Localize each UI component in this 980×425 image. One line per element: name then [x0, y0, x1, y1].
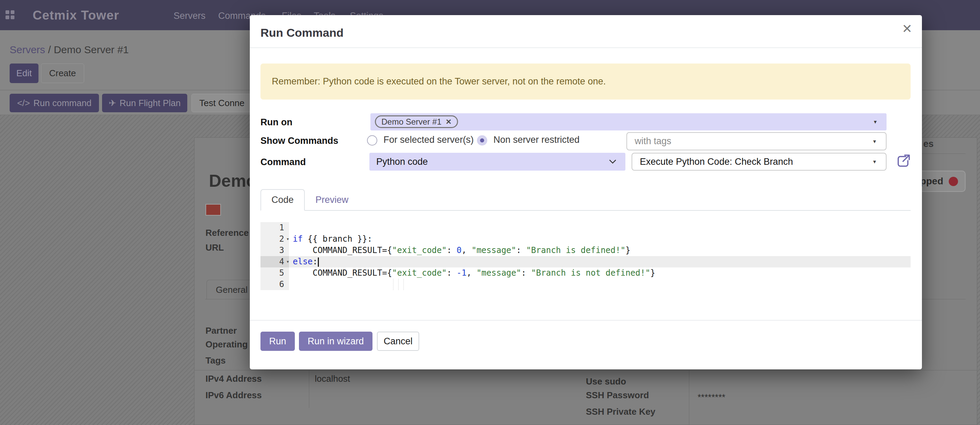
indent-guide	[403, 279, 404, 290]
field-label-ssh-password: SSH Password	[586, 390, 649, 401]
field-label-tags: Tags	[205, 355, 226, 366]
table-col-separator-left	[309, 370, 309, 408]
text-cursor	[318, 257, 319, 267]
line-number: 3	[261, 245, 289, 256]
line-number: 6	[261, 279, 289, 290]
chevron-down-icon	[609, 159, 616, 164]
modal-header-divider	[250, 48, 922, 48]
field-value-ipv4: localhost	[315, 374, 350, 384]
table-col-separator-right	[689, 370, 689, 425]
python-warning-alert: Remember: Python code is executed on the…	[261, 63, 911, 100]
breadcrumb: Servers / Demo Server #1	[10, 44, 129, 56]
line-number: 1	[261, 222, 289, 233]
modal-tabbar: Code Preview	[261, 189, 911, 211]
breadcrumb-servers-link[interactable]: Servers	[10, 44, 45, 55]
field-label-url: URL	[205, 243, 224, 253]
field-label-partner: Partner	[205, 325, 237, 336]
app-brand[interactable]: Cetmix Tower	[33, 8, 119, 23]
field-label-use-sudo: Use sudo	[586, 376, 626, 387]
command-label: Command	[261, 157, 306, 168]
code-text: COMMAND_RESULT={"exit_code": 0, "message…	[293, 245, 630, 256]
close-icon[interactable]: ✕	[902, 23, 912, 35]
breadcrumb-current: Demo Server #1	[54, 44, 129, 55]
field-label-operating: Operating	[205, 339, 248, 350]
line-number: 5	[261, 267, 289, 279]
tab-code[interactable]: Code	[261, 189, 305, 211]
create-button[interactable]: Create	[41, 63, 84, 83]
field-label-ipv4: IPv4 Address	[205, 374, 262, 384]
command-select[interactable]: Execute Python Code: Check Branch ▼	[632, 153, 886, 171]
stat-button-partial[interactable]: es	[923, 139, 934, 149]
code-line[interactable]: 6	[261, 279, 911, 290]
modal-title: Run Command	[261, 26, 344, 40]
external-link-icon[interactable]	[895, 153, 911, 170]
apps-grid-icon[interactable]	[5, 10, 15, 19]
chevron-down-icon: ▼	[873, 119, 878, 125]
fold-caret-icon[interactable]: ▾	[286, 233, 290, 245]
field-label-ipv6: IPv6 Address	[205, 390, 262, 401]
status-dot-icon	[949, 177, 958, 186]
fold-caret-icon[interactable]: ▾	[286, 256, 290, 267]
indent-guide	[398, 279, 399, 290]
run-command-button[interactable]: </>Run command	[10, 94, 99, 112]
indent-guide	[393, 279, 393, 290]
modal-footer-divider	[250, 320, 922, 320]
with-tags-select[interactable]: with tags ▼	[627, 132, 886, 151]
server-color-swatch[interactable]	[205, 204, 221, 216]
tag-remove-icon[interactable]: ✕	[445, 118, 452, 126]
radio-non-server-restricted[interactable]	[477, 135, 487, 146]
run-in-wizard-button[interactable]: Run in wizard	[299, 331, 372, 351]
code-text: if {{ branch }}:	[293, 233, 372, 245]
line-number: 4▾	[261, 256, 289, 267]
tab-preview[interactable]: Preview	[306, 189, 358, 211]
server-tag[interactable]: Demo Server #1 ✕	[375, 115, 458, 128]
run-button[interactable]: Run	[261, 331, 295, 351]
server-title: Demo Server #1	[209, 171, 250, 193]
plane-icon: ✈	[108, 98, 116, 108]
code-text: COMMAND_RESULT={"exit_code": -1, "messag…	[293, 267, 655, 279]
run-on-field[interactable]: Demo Server #1 ✕ ▼	[371, 113, 886, 130]
edit-button[interactable]: Edit	[10, 63, 38, 83]
nav-item-servers[interactable]: Servers	[173, 11, 205, 21]
radio-for-selected-servers[interactable]	[367, 135, 377, 146]
cancel-button[interactable]: Cancel	[377, 331, 419, 351]
code-line[interactable]: 1	[261, 222, 911, 233]
run-command-modal: Run Command ✕ Remember: Python code is e…	[250, 15, 922, 369]
code-line[interactable]: 5 COMMAND_RESULT={"exit_code": -1, "mess…	[261, 267, 911, 279]
field-label-reference: Reference	[205, 228, 249, 238]
show-commands-label: Show Commands	[261, 136, 339, 146]
code-line[interactable]: 3 COMMAND_RESULT={"exit_code": 0, "messa…	[261, 245, 911, 256]
code-line[interactable]: 2▾if {{ branch }}:	[261, 233, 911, 245]
line-number: 2▾	[261, 233, 289, 245]
code-line[interactable]: 4▾else:	[261, 256, 911, 267]
chevron-down-icon: ▼	[872, 139, 877, 144]
command-type-select[interactable]: Python code	[369, 153, 625, 171]
field-label-ssh-private-key: SSH Private Key	[586, 406, 655, 417]
chevron-down-icon: ▼	[872, 159, 877, 165]
run-on-label: Run on	[261, 117, 293, 128]
run-flight-plan-button[interactable]: ✈Run Flight Plan	[102, 94, 187, 112]
field-value-ssh-password: ********	[698, 392, 725, 403]
code-editor[interactable]: 12▾if {{ branch }}:3 COMMAND_RESULT={"ex…	[261, 222, 911, 290]
code-text: else:	[293, 256, 319, 267]
code-icon: </>	[17, 98, 30, 108]
